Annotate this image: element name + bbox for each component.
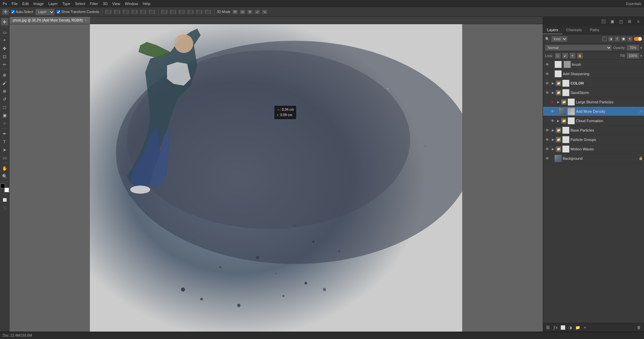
3d-rotate-btn[interactable]: ⟳ (232, 10, 238, 14)
lock-position-btn[interactable]: ✛ (570, 53, 575, 58)
add-link-btn[interactable]: ⛓ (545, 325, 551, 331)
panel-icon-5[interactable]: ≡ (635, 18, 642, 25)
dist-center-v-btn[interactable]: ⬛ (196, 10, 203, 14)
menu-select[interactable]: Select (75, 2, 86, 6)
layer-visibility-sharpening[interactable]: 👁 (544, 71, 550, 77)
fill-input[interactable] (627, 53, 639, 59)
filter-shape-btn[interactable]: ⬟ (621, 36, 626, 42)
align-center-v-btn[interactable]: ⬛ (140, 10, 147, 14)
panel-icon-1[interactable]: ⬛ (600, 18, 607, 25)
layer-expand-cloud-formation[interactable]: ▶ (556, 119, 560, 123)
align-top-btn[interactable]: ⬛ (131, 10, 138, 14)
canvas-viewport[interactable]: ↔: 0.04 cm ↕: 0.09 cm (9, 24, 543, 332)
quick-mask-btn[interactable]: ⬜ (1, 196, 8, 203)
path-select-tool[interactable]: ➤ (1, 146, 8, 153)
hand-tool[interactable]: ✋ (1, 164, 8, 172)
zoom-tool[interactable]: 🔍 (1, 173, 8, 180)
layer-row-base-particles[interactable]: 👁 ▶ 📁 Base Particles (543, 126, 644, 135)
filter-smart-btn[interactable]: ✦ (627, 36, 633, 42)
menu-ps[interactable]: Ps (3, 2, 7, 6)
dist-bottom-btn[interactable]: ⬛ (205, 10, 211, 14)
layer-expand-large-blurred[interactable]: ▶ (556, 100, 560, 104)
filter-pixel-btn[interactable]: ⬛ (602, 36, 607, 42)
canvas-area[interactable]: photo.jpg @ 38.2% (Add More Density, RGB… (9, 17, 543, 332)
layer-visibility-motion-waves[interactable]: 👁 (544, 146, 550, 152)
kind-select[interactable]: Layer Group (35, 9, 55, 15)
filter-adj-btn[interactable]: ◑ (608, 36, 613, 42)
3d-slide-btn[interactable]: ⤢ (255, 10, 260, 14)
lock-all-btn[interactable]: 🔒 (577, 53, 583, 58)
lock-image-btn[interactable]: 🖌 (562, 53, 568, 58)
3d-pan-btn[interactable]: ✛ (247, 10, 253, 14)
menu-view[interactable]: View (112, 2, 120, 6)
panel-icon-3[interactable]: ◫ (617, 18, 625, 25)
align-left-btn[interactable]: ⬛ (105, 10, 112, 14)
layer-row-add-sharpening[interactable]: 👁 Add Sharpening (543, 69, 644, 79)
auto-select-checkbox[interactable] (11, 10, 15, 14)
menu-file[interactable]: File (12, 2, 18, 6)
layer-expand-sandstorm[interactable]: ▶ (551, 91, 555, 95)
canvas-tab[interactable]: photo.jpg @ 38.2% (Add More Density, RGB… (9, 17, 91, 24)
layer-expand-color[interactable]: ▶ (551, 81, 555, 85)
dist-right-btn[interactable]: ⬛ (178, 10, 185, 14)
menu-type[interactable]: Type (62, 2, 70, 6)
new-group-btn[interactable]: 📁 (575, 325, 581, 331)
layer-row-color[interactable]: 👁 ▶ 📁 COLOR (543, 79, 644, 88)
eyedropper-tool[interactable]: ✏ (1, 61, 8, 68)
3d-scale-btn[interactable]: ⤡ (262, 10, 267, 14)
layer-row-large-blurred[interactable]: 👁 ▶ 📁 Large Blurred Particles (543, 97, 644, 107)
pen-tool[interactable]: ✒ (1, 130, 8, 137)
layer-visibility-background[interactable]: 👁 (544, 156, 550, 161)
layer-visibility-add-more-density[interactable]: 👁 (550, 109, 555, 114)
filter-type-btn[interactable]: T (614, 36, 620, 42)
3d-roll-btn[interactable]: ⊙ (240, 10, 245, 14)
add-mask-btn[interactable]: ⬜ (560, 325, 566, 331)
tab-paths[interactable]: Paths (586, 26, 603, 34)
tab-close-btn[interactable]: × (85, 18, 87, 22)
brush-tool[interactable]: 🖌 (1, 79, 8, 87)
layer-expand-base-particles[interactable]: ▶ (551, 128, 555, 132)
layer-filter-select[interactable]: Kind (551, 36, 568, 42)
gradient-tool[interactable]: ▣ (1, 111, 8, 119)
menu-filter[interactable]: Filter (90, 2, 98, 6)
blend-mode-select[interactable]: Normal (545, 45, 612, 51)
dist-left-btn[interactable]: ⬛ (161, 10, 168, 14)
menu-layer[interactable]: Layer (48, 2, 58, 6)
layer-row-particle-groups[interactable]: 👁 ▶ 📁 Particle Groups (543, 135, 644, 144)
layer-row-cloud-formation[interactable]: 👁 ▶ 📁 Cloud Formation (543, 116, 644, 126)
foreground-color-swatch[interactable] (0, 184, 5, 188)
align-center-h-btn[interactable]: ⬛ (114, 10, 120, 14)
layer-visibility-color[interactable]: 👁 (544, 81, 550, 86)
layer-visibility-particle-groups[interactable]: 👁 (544, 137, 550, 142)
menu-image[interactable]: Image (34, 2, 44, 6)
layer-row-brush[interactable]: 👁 brush (543, 60, 644, 69)
layer-visibility-base-particles[interactable]: 👁 (544, 128, 550, 133)
panel-icon-2[interactable]: ▣ (608, 18, 616, 25)
opacity-input[interactable] (627, 45, 639, 51)
history-brush-tool[interactable]: ↺ (1, 95, 8, 103)
lock-transparent-btn[interactable]: ◫ (555, 53, 560, 58)
dist-top-btn[interactable]: ⬛ (187, 10, 194, 14)
healing-tool[interactable]: ⊕ (1, 71, 8, 79)
layer-visibility-sandstorm[interactable]: 👁 (544, 90, 550, 95)
new-layer-btn[interactable]: + (582, 325, 588, 331)
marquee-tool[interactable]: ▭ (1, 29, 8, 36)
panel-icon-4[interactable]: ⊞ (626, 18, 633, 25)
eraser-tool[interactable]: ◻ (1, 103, 8, 111)
layer-visibility-large-blurred[interactable]: 👁 (550, 99, 555, 105)
lasso-tool[interactable]: ⌖ (1, 37, 8, 44)
background-color-swatch[interactable] (4, 188, 9, 192)
move-tool[interactable]: ✛ (1, 18, 8, 26)
move-tool-btn[interactable]: ✛ (2, 9, 9, 15)
opacity-dropdown-arrow[interactable]: ▾ (640, 46, 642, 50)
layer-row-add-more-density[interactable]: 👁 Add More Density ƒx (543, 107, 644, 116)
dodge-tool[interactable]: ○ (1, 119, 8, 127)
quick-select-tool[interactable]: ✤ (1, 45, 8, 52)
text-tool[interactable]: T (1, 138, 8, 145)
crop-tool[interactable]: ⊡ (1, 53, 8, 60)
canvas-image[interactable]: ↔: 0.04 cm ↕: 0.09 cm (90, 24, 462, 332)
filter-toggle[interactable] (634, 37, 642, 41)
align-bottom-btn[interactable]: ⬛ (149, 10, 155, 14)
menu-window[interactable]: Window (125, 2, 138, 6)
fill-dropdown-arrow[interactable]: ▾ (640, 54, 642, 58)
